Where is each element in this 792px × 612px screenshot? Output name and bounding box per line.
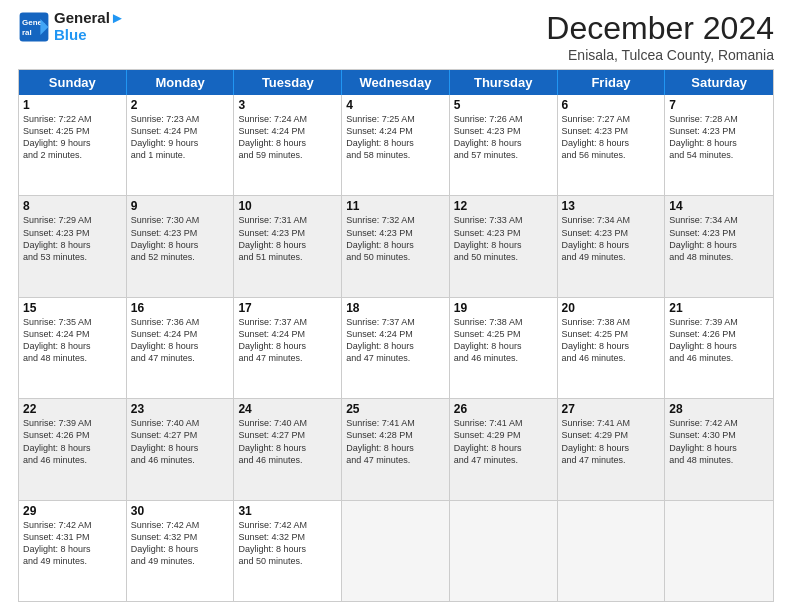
cell-info: Sunrise: 7:34 AMSunset: 4:23 PMDaylight:… bbox=[669, 214, 769, 263]
header-day-friday: Friday bbox=[558, 70, 666, 95]
day-number: 20 bbox=[562, 301, 661, 315]
calendar-cell-21: 21Sunrise: 7:39 AMSunset: 4:26 PMDayligh… bbox=[665, 298, 773, 398]
day-number: 1 bbox=[23, 98, 122, 112]
calendar-cell-9: 9Sunrise: 7:30 AMSunset: 4:23 PMDaylight… bbox=[127, 196, 235, 296]
cell-info: Sunrise: 7:39 AMSunset: 4:26 PMDaylight:… bbox=[669, 316, 769, 365]
calendar-cell-3: 3Sunrise: 7:24 AMSunset: 4:24 PMDaylight… bbox=[234, 95, 342, 195]
calendar-cell-7: 7Sunrise: 7:28 AMSunset: 4:23 PMDaylight… bbox=[665, 95, 773, 195]
day-number: 17 bbox=[238, 301, 337, 315]
logo-text-block: General► Blue bbox=[54, 10, 125, 43]
calendar-cell-4: 4Sunrise: 7:25 AMSunset: 4:24 PMDaylight… bbox=[342, 95, 450, 195]
header-day-thursday: Thursday bbox=[450, 70, 558, 95]
calendar-cell-20: 20Sunrise: 7:38 AMSunset: 4:25 PMDayligh… bbox=[558, 298, 666, 398]
cell-info: Sunrise: 7:31 AMSunset: 4:23 PMDaylight:… bbox=[238, 214, 337, 263]
calendar-cell-12: 12Sunrise: 7:33 AMSunset: 4:23 PMDayligh… bbox=[450, 196, 558, 296]
day-number: 8 bbox=[23, 199, 122, 213]
header-day-monday: Monday bbox=[127, 70, 235, 95]
calendar-cell-27: 27Sunrise: 7:41 AMSunset: 4:29 PMDayligh… bbox=[558, 399, 666, 499]
header-day-saturday: Saturday bbox=[665, 70, 773, 95]
calendar-row-3: 22Sunrise: 7:39 AMSunset: 4:26 PMDayligh… bbox=[19, 398, 773, 499]
day-number: 2 bbox=[131, 98, 230, 112]
cell-info: Sunrise: 7:27 AMSunset: 4:23 PMDaylight:… bbox=[562, 113, 661, 162]
cell-info: Sunrise: 7:35 AMSunset: 4:24 PMDaylight:… bbox=[23, 316, 122, 365]
cell-info: Sunrise: 7:40 AMSunset: 4:27 PMDaylight:… bbox=[131, 417, 230, 466]
day-number: 6 bbox=[562, 98, 661, 112]
cell-info: Sunrise: 7:39 AMSunset: 4:26 PMDaylight:… bbox=[23, 417, 122, 466]
calendar-cell-24: 24Sunrise: 7:40 AMSunset: 4:27 PMDayligh… bbox=[234, 399, 342, 499]
cell-info: Sunrise: 7:41 AMSunset: 4:29 PMDaylight:… bbox=[562, 417, 661, 466]
subtitle: Enisala, Tulcea County, Romania bbox=[546, 47, 774, 63]
calendar-row-0: 1Sunrise: 7:22 AMSunset: 4:25 PMDaylight… bbox=[19, 95, 773, 195]
calendar-header: SundayMondayTuesdayWednesdayThursdayFrid… bbox=[19, 70, 773, 95]
calendar-cell-17: 17Sunrise: 7:37 AMSunset: 4:24 PMDayligh… bbox=[234, 298, 342, 398]
svg-text:ral: ral bbox=[22, 28, 32, 37]
day-number: 7 bbox=[669, 98, 769, 112]
calendar-cell-15: 15Sunrise: 7:35 AMSunset: 4:24 PMDayligh… bbox=[19, 298, 127, 398]
day-number: 9 bbox=[131, 199, 230, 213]
day-number: 5 bbox=[454, 98, 553, 112]
day-number: 24 bbox=[238, 402, 337, 416]
calendar-body: 1Sunrise: 7:22 AMSunset: 4:25 PMDaylight… bbox=[19, 95, 773, 601]
title-block: December 2024 Enisala, Tulcea County, Ro… bbox=[546, 10, 774, 63]
day-number: 23 bbox=[131, 402, 230, 416]
header-day-wednesday: Wednesday bbox=[342, 70, 450, 95]
day-number: 29 bbox=[23, 504, 122, 518]
calendar-cell-16: 16Sunrise: 7:36 AMSunset: 4:24 PMDayligh… bbox=[127, 298, 235, 398]
calendar-cell-6: 6Sunrise: 7:27 AMSunset: 4:23 PMDaylight… bbox=[558, 95, 666, 195]
day-number: 15 bbox=[23, 301, 122, 315]
day-number: 14 bbox=[669, 199, 769, 213]
calendar-cell-10: 10Sunrise: 7:31 AMSunset: 4:23 PMDayligh… bbox=[234, 196, 342, 296]
cell-info: Sunrise: 7:37 AMSunset: 4:24 PMDaylight:… bbox=[346, 316, 445, 365]
cell-info: Sunrise: 7:26 AMSunset: 4:23 PMDaylight:… bbox=[454, 113, 553, 162]
cell-info: Sunrise: 7:24 AMSunset: 4:24 PMDaylight:… bbox=[238, 113, 337, 162]
day-number: 27 bbox=[562, 402, 661, 416]
calendar-cell-30: 30Sunrise: 7:42 AMSunset: 4:32 PMDayligh… bbox=[127, 501, 235, 601]
cell-info: Sunrise: 7:42 AMSunset: 4:32 PMDaylight:… bbox=[131, 519, 230, 568]
cell-info: Sunrise: 7:36 AMSunset: 4:24 PMDaylight:… bbox=[131, 316, 230, 365]
calendar-cell-1: 1Sunrise: 7:22 AMSunset: 4:25 PMDaylight… bbox=[19, 95, 127, 195]
calendar-cell-29: 29Sunrise: 7:42 AMSunset: 4:31 PMDayligh… bbox=[19, 501, 127, 601]
day-number: 28 bbox=[669, 402, 769, 416]
day-number: 11 bbox=[346, 199, 445, 213]
calendar-cell-22: 22Sunrise: 7:39 AMSunset: 4:26 PMDayligh… bbox=[19, 399, 127, 499]
header-day-tuesday: Tuesday bbox=[234, 70, 342, 95]
cell-info: Sunrise: 7:22 AMSunset: 4:25 PMDaylight:… bbox=[23, 113, 122, 162]
cell-info: Sunrise: 7:33 AMSunset: 4:23 PMDaylight:… bbox=[454, 214, 553, 263]
calendar-cell-23: 23Sunrise: 7:40 AMSunset: 4:27 PMDayligh… bbox=[127, 399, 235, 499]
cell-info: Sunrise: 7:40 AMSunset: 4:27 PMDaylight:… bbox=[238, 417, 337, 466]
day-number: 18 bbox=[346, 301, 445, 315]
calendar-row-4: 29Sunrise: 7:42 AMSunset: 4:31 PMDayligh… bbox=[19, 500, 773, 601]
cell-info: Sunrise: 7:29 AMSunset: 4:23 PMDaylight:… bbox=[23, 214, 122, 263]
cell-info: Sunrise: 7:37 AMSunset: 4:24 PMDaylight:… bbox=[238, 316, 337, 365]
header: Gene- ral General► Blue December 2024 En… bbox=[18, 10, 774, 63]
calendar-cell-31: 31Sunrise: 7:42 AMSunset: 4:32 PMDayligh… bbox=[234, 501, 342, 601]
cell-info: Sunrise: 7:42 AMSunset: 4:32 PMDaylight:… bbox=[238, 519, 337, 568]
calendar-cell-14: 14Sunrise: 7:34 AMSunset: 4:23 PMDayligh… bbox=[665, 196, 773, 296]
calendar-cell-empty-5 bbox=[558, 501, 666, 601]
cell-info: Sunrise: 7:42 AMSunset: 4:31 PMDaylight:… bbox=[23, 519, 122, 568]
calendar-cell-empty-3 bbox=[342, 501, 450, 601]
calendar-cell-13: 13Sunrise: 7:34 AMSunset: 4:23 PMDayligh… bbox=[558, 196, 666, 296]
calendar-row-2: 15Sunrise: 7:35 AMSunset: 4:24 PMDayligh… bbox=[19, 297, 773, 398]
calendar-cell-11: 11Sunrise: 7:32 AMSunset: 4:23 PMDayligh… bbox=[342, 196, 450, 296]
cell-info: Sunrise: 7:42 AMSunset: 4:30 PMDaylight:… bbox=[669, 417, 769, 466]
cell-info: Sunrise: 7:38 AMSunset: 4:25 PMDaylight:… bbox=[454, 316, 553, 365]
cell-info: Sunrise: 7:41 AMSunset: 4:29 PMDaylight:… bbox=[454, 417, 553, 466]
calendar-cell-25: 25Sunrise: 7:41 AMSunset: 4:28 PMDayligh… bbox=[342, 399, 450, 499]
calendar-cell-18: 18Sunrise: 7:37 AMSunset: 4:24 PMDayligh… bbox=[342, 298, 450, 398]
day-number: 4 bbox=[346, 98, 445, 112]
day-number: 3 bbox=[238, 98, 337, 112]
logo-line2: Blue bbox=[54, 27, 125, 44]
calendar-cell-8: 8Sunrise: 7:29 AMSunset: 4:23 PMDaylight… bbox=[19, 196, 127, 296]
cell-info: Sunrise: 7:25 AMSunset: 4:24 PMDaylight:… bbox=[346, 113, 445, 162]
day-number: 13 bbox=[562, 199, 661, 213]
day-number: 31 bbox=[238, 504, 337, 518]
cell-info: Sunrise: 7:30 AMSunset: 4:23 PMDaylight:… bbox=[131, 214, 230, 263]
day-number: 19 bbox=[454, 301, 553, 315]
day-number: 30 bbox=[131, 504, 230, 518]
calendar-cell-26: 26Sunrise: 7:41 AMSunset: 4:29 PMDayligh… bbox=[450, 399, 558, 499]
calendar-cell-2: 2Sunrise: 7:23 AMSunset: 4:24 PMDaylight… bbox=[127, 95, 235, 195]
cell-info: Sunrise: 7:32 AMSunset: 4:23 PMDaylight:… bbox=[346, 214, 445, 263]
day-number: 21 bbox=[669, 301, 769, 315]
logo-line1: General► bbox=[54, 10, 125, 27]
